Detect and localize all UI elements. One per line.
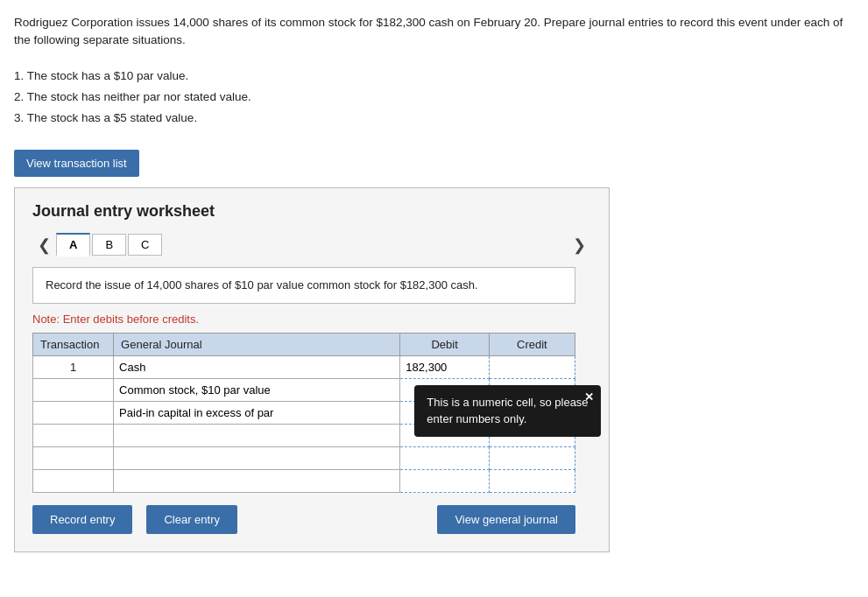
credit-input-1[interactable] bbox=[495, 361, 569, 374]
transaction-cell-3 bbox=[33, 401, 114, 424]
journal-entry-worksheet: Journal entry worksheet ❮ A B C ❯ Record… bbox=[14, 187, 610, 552]
situation-1: 1. The stock has a $10 par value. bbox=[14, 66, 854, 87]
tab-next-button[interactable]: ❯ bbox=[568, 234, 591, 256]
credit-input-5[interactable] bbox=[495, 452, 569, 465]
table-row bbox=[33, 469, 575, 492]
debit-input-6[interactable] bbox=[406, 474, 483, 488]
tabs-row: ❮ A B C ❯ bbox=[32, 233, 591, 256]
debit-input-2[interactable] bbox=[406, 383, 483, 397]
credit-cell-4[interactable] bbox=[489, 424, 575, 446]
credit-cell-6[interactable] bbox=[489, 469, 575, 492]
journal-cell-2[interactable] bbox=[114, 378, 400, 401]
col-header-journal: General Journal bbox=[114, 333, 400, 355]
situation-2: 2. The stock has neither par nor stated … bbox=[14, 87, 854, 108]
journal-input-4[interactable] bbox=[119, 429, 394, 442]
journal-input-1[interactable] bbox=[119, 361, 394, 374]
tooltip-close-button[interactable]: ✕ bbox=[584, 390, 594, 404]
table-row bbox=[33, 401, 575, 424]
table-row bbox=[33, 378, 575, 401]
table-row bbox=[33, 446, 575, 469]
journal-input-2[interactable] bbox=[119, 383, 394, 397]
transaction-cell-6 bbox=[33, 469, 114, 492]
clear-entry-button[interactable]: Clear entry bbox=[146, 505, 237, 534]
col-header-transaction: Transaction bbox=[33, 333, 114, 355]
journal-table: Transaction General Journal Debit Credit… bbox=[32, 333, 575, 493]
debit-cell-3[interactable] bbox=[400, 401, 489, 424]
col-header-debit: Debit bbox=[400, 333, 489, 355]
debit-cell-6[interactable] bbox=[400, 469, 489, 492]
credit-cell-2[interactable] bbox=[489, 378, 575, 401]
col-header-credit: Credit bbox=[489, 333, 575, 355]
note-text: Note: Enter debits before credits. bbox=[32, 313, 591, 326]
record-entry-button[interactable]: Record entry bbox=[32, 505, 132, 534]
worksheet-title: Journal entry worksheet bbox=[32, 202, 591, 221]
problem-text: Rodriguez Corporation issues 14,000 shar… bbox=[14, 16, 843, 46]
instruction-text: Record the issue of 14,000 shares of $10… bbox=[46, 278, 478, 291]
journal-input-3[interactable] bbox=[119, 406, 394, 419]
view-transaction-button[interactable]: View transaction list bbox=[14, 150, 139, 177]
problem-description: Rodriguez Corporation issues 14,000 shar… bbox=[14, 14, 854, 50]
journal-cell-3[interactable] bbox=[114, 401, 400, 424]
debit-input-5[interactable] bbox=[406, 452, 483, 465]
journal-cell-6[interactable] bbox=[114, 469, 400, 492]
transaction-cell-5 bbox=[33, 446, 114, 469]
debit-cell-4[interactable] bbox=[400, 424, 489, 446]
transaction-cell-4 bbox=[33, 424, 114, 446]
tab-b[interactable]: B bbox=[92, 234, 126, 256]
credit-input-2[interactable] bbox=[495, 383, 569, 397]
debit-cell-2[interactable] bbox=[400, 378, 489, 401]
tab-prev-button[interactable]: ❮ bbox=[32, 234, 56, 256]
debit-input-1[interactable] bbox=[406, 361, 476, 374]
debit-input-3[interactable] bbox=[406, 406, 483, 419]
journal-cell-1[interactable] bbox=[114, 355, 400, 378]
journal-input-5[interactable] bbox=[119, 452, 394, 465]
transaction-cell-2 bbox=[33, 378, 114, 401]
tab-a[interactable]: A bbox=[56, 233, 90, 256]
table-row bbox=[33, 424, 575, 446]
credit-input-3[interactable] bbox=[495, 406, 569, 419]
situations-list: 1. The stock has a $10 par value. 2. The… bbox=[14, 66, 854, 130]
credit-input-4[interactable] bbox=[495, 429, 569, 442]
debit-tooltip-container: ✕ This is a numeric cell, so please ente… bbox=[406, 361, 476, 374]
journal-input-6[interactable] bbox=[119, 474, 394, 488]
journal-cell-5[interactable] bbox=[114, 446, 400, 469]
credit-cell-3[interactable] bbox=[489, 401, 575, 424]
debit-input-4[interactable] bbox=[406, 429, 483, 442]
table-row: 1 ✕ This is a numeric cell, so please en… bbox=[33, 355, 575, 378]
credit-cell-5[interactable] bbox=[489, 446, 575, 469]
view-general-journal-button[interactable]: View general journal bbox=[437, 505, 575, 534]
transaction-cell-1: 1 bbox=[33, 355, 114, 378]
credit-input-6[interactable] bbox=[495, 474, 569, 488]
button-row: Record entry Clear entry View general jo… bbox=[32, 505, 575, 534]
situation-3: 3. The stock has a $5 stated value. bbox=[14, 108, 854, 129]
table-header-row: Transaction General Journal Debit Credit bbox=[33, 333, 575, 355]
journal-cell-4[interactable] bbox=[114, 424, 400, 446]
instruction-box: Record the issue of 14,000 shares of $10… bbox=[32, 267, 575, 304]
debit-cell-5[interactable] bbox=[400, 446, 489, 469]
tab-c[interactable]: C bbox=[128, 234, 162, 256]
credit-cell-1[interactable] bbox=[489, 355, 575, 378]
debit-cell-1[interactable]: ✕ This is a numeric cell, so please ente… bbox=[400, 355, 489, 378]
